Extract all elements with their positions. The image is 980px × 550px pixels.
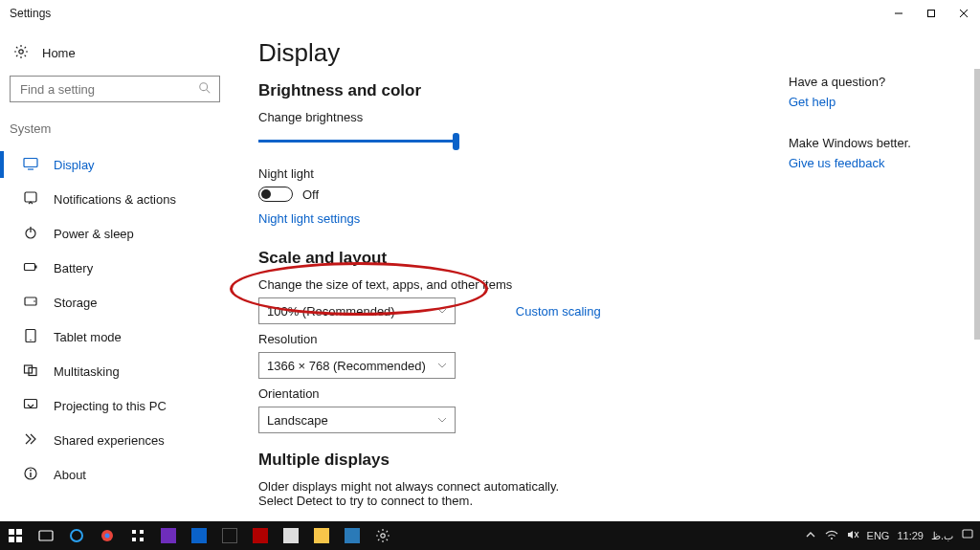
svg-rect-1 <box>928 11 935 17</box>
sidebar-item-label: Projecting to this PC <box>54 399 167 413</box>
svg-rect-26 <box>9 537 14 542</box>
app-tile-1[interactable] <box>153 521 184 550</box>
svg-rect-35 <box>140 538 144 541</box>
app-tile-3[interactable] <box>214 521 245 550</box>
date-suffix: ب.ظ <box>931 530 953 542</box>
maximize-button[interactable] <box>915 0 947 27</box>
task-view-button[interactable] <box>31 521 61 550</box>
notifications-icon <box>23 190 38 209</box>
info-icon <box>23 466 38 484</box>
sidebar-item-label: Battery <box>54 261 93 275</box>
app-tile-4[interactable] <box>337 521 368 550</box>
sidebar: Home System Display Notifications & acti… <box>0 27 230 521</box>
sidebar-item-notifications[interactable]: Notifications & actions <box>10 182 220 216</box>
shared-icon <box>23 431 38 450</box>
sidebar-item-label: Notifications & actions <box>54 192 176 207</box>
notepad-icon[interactable] <box>276 521 306 550</box>
svg-rect-28 <box>39 531 53 540</box>
scale-select[interactable]: 100% (Recommended) <box>258 297 456 324</box>
resolution-label: Resolution <box>258 332 785 346</box>
titlebar: Settings <box>0 0 980 27</box>
app-tile-2[interactable] <box>184 521 214 550</box>
chevron-down-icon <box>437 304 447 319</box>
resolution-value: 1366 × 768 (Recommended) <box>267 359 426 373</box>
sidebar-item-multitasking[interactable]: Multitasking <box>10 354 220 388</box>
wifi-icon[interactable] <box>825 528 838 543</box>
night-light-settings-link[interactable]: Night light settings <box>258 211 360 226</box>
vertical-scrollbar[interactable] <box>974 69 980 519</box>
sidebar-item-label: Shared experiences <box>54 433 165 448</box>
sidebar-item-label: Storage <box>54 296 98 310</box>
edge-icon[interactable] <box>61 521 92 550</box>
svg-rect-9 <box>25 192 36 202</box>
clock[interactable]: 11:29 <box>897 530 924 541</box>
multitasking-icon <box>23 363 38 381</box>
action-center-icon[interactable] <box>961 528 974 543</box>
page-title: Display <box>258 38 785 68</box>
multiple-desc: Older displays might not always connect … <box>258 479 584 508</box>
sidebar-item-display[interactable]: Display <box>10 147 220 182</box>
brightness-label: Change brightness <box>258 110 785 124</box>
resolution-select[interactable]: 1366 × 768 (Recommended) <box>258 352 456 379</box>
svg-line-6 <box>207 89 211 93</box>
get-help-link[interactable]: Get help <box>789 95 835 109</box>
main-content: Display Brightness and color Change brig… <box>230 27 789 521</box>
svg-point-23 <box>30 469 32 471</box>
sidebar-item-about[interactable]: About <box>10 457 220 492</box>
svg-point-17 <box>30 339 31 340</box>
chrome-icon[interactable] <box>92 521 122 550</box>
window-title: Settings <box>10 7 51 20</box>
start-button[interactable] <box>0 521 31 550</box>
scale-value: 100% (Recommended) <box>267 304 395 319</box>
svg-rect-34 <box>132 538 136 541</box>
svg-point-29 <box>71 530 82 541</box>
sidebar-item-projecting[interactable]: Projecting to this PC <box>10 388 220 423</box>
custom-scaling-link[interactable]: Custom scaling <box>516 304 601 319</box>
gear-icon <box>13 44 29 62</box>
svg-rect-25 <box>16 529 22 535</box>
minimize-button[interactable] <box>882 0 915 27</box>
brightness-slider[interactable] <box>258 130 459 153</box>
projecting-icon <box>23 397 38 415</box>
orientation-select[interactable]: Landscape <box>258 407 456 433</box>
sidebar-item-label: Power & sleep <box>54 227 134 241</box>
filezilla-icon[interactable] <box>245 521 276 550</box>
svg-rect-7 <box>24 158 37 166</box>
search-input[interactable] <box>18 81 198 98</box>
sidebar-item-label: Display <box>54 158 95 172</box>
sidebar-item-label: Tablet mode <box>54 330 122 344</box>
sidebar-item-battery[interactable]: Battery <box>10 251 220 285</box>
svg-rect-12 <box>25 263 35 270</box>
svg-rect-13 <box>35 265 37 268</box>
svg-rect-32 <box>132 530 136 534</box>
sidebar-item-tablet[interactable]: Tablet mode <box>10 319 220 354</box>
taskbar: ENG 11:29 ب.ظ <box>0 521 980 550</box>
svg-rect-24 <box>9 529 14 535</box>
power-icon <box>23 225 38 243</box>
task-icon[interactable] <box>122 521 153 550</box>
sidebar-item-power[interactable]: Power & sleep <box>10 216 220 251</box>
close-button[interactable] <box>947 0 980 27</box>
feedback-link[interactable]: Give us feedback <box>789 156 884 170</box>
sidebar-item-storage[interactable]: Storage <box>10 285 220 319</box>
volume-muted-icon[interactable] <box>846 528 859 543</box>
scale-label: Change the size of text, apps, and other… <box>258 277 512 292</box>
svg-point-4 <box>19 50 23 54</box>
tablet-icon <box>23 328 38 346</box>
slider-thumb[interactable] <box>453 133 459 150</box>
svg-rect-40 <box>963 530 972 538</box>
svg-point-31 <box>105 534 110 539</box>
search-box[interactable] <box>10 76 220 102</box>
night-light-toggle[interactable] <box>258 187 293 202</box>
settings-taskbar-icon[interactable] <box>368 521 398 550</box>
sidebar-item-shared[interactable]: Shared experiences <box>10 423 220 457</box>
svg-rect-27 <box>16 537 22 542</box>
tray-chevron-icon[interactable] <box>804 528 817 543</box>
explorer-icon[interactable] <box>306 521 337 550</box>
svg-rect-33 <box>140 530 144 534</box>
have-question: Have a question? <box>789 75 969 89</box>
category-header: System <box>10 121 220 136</box>
svg-point-37 <box>831 538 833 539</box>
language-indicator[interactable]: ENG <box>867 530 890 541</box>
home-link[interactable]: Home <box>10 40 220 76</box>
